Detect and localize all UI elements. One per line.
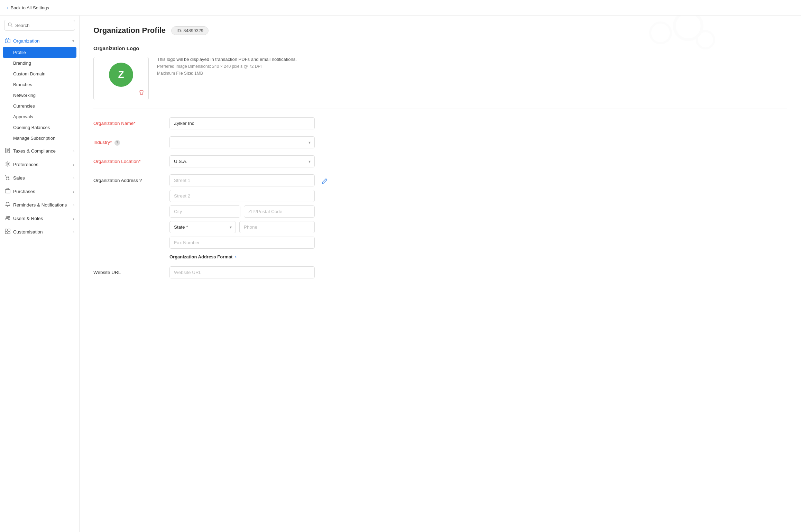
org-address-label: Organization Address ? — [93, 174, 163, 183]
sidebar-section-sales: Sales › — [0, 172, 79, 184]
industry-row: Industry* ? — [93, 136, 787, 148]
logo-box[interactable]: Z — [93, 57, 149, 100]
address-help-icon[interactable]: ? — [139, 178, 142, 183]
logo-preferred-size: Preferred Image Dimensions: 240 × 240 pi… — [157, 64, 297, 69]
sidebar-section-users: Users & Roles › — [0, 212, 79, 224]
sidebar-users-label: Users & Roles — [13, 216, 43, 221]
svg-point-9 — [6, 179, 7, 180]
logo-delete-button[interactable] — [139, 90, 144, 97]
sidebar-customisation-label: Customisation — [13, 229, 43, 235]
svg-point-10 — [8, 179, 9, 180]
search-box[interactable] — [4, 20, 75, 31]
sidebar-org-label: Organization — [13, 38, 40, 44]
logo-info-text: This logo will be displayed in transacti… — [157, 57, 297, 62]
search-input[interactable] — [15, 23, 71, 28]
sidebar-section-purchases: Purchases › — [0, 185, 79, 198]
sales-chevron-right-icon: › — [73, 176, 74, 180]
sidebar-preferences-label: Preferences — [13, 162, 38, 167]
website-field — [169, 266, 315, 278]
org-name-label: Organization Name* — [93, 117, 163, 126]
content-area: Organization Profile ID: 84899329 Organi… — [80, 16, 801, 532]
address-fields: State * Organization Address Format › — [169, 174, 315, 259]
svg-point-13 — [8, 216, 10, 218]
sidebar-taxes-label: Taxes & Compliance — [13, 148, 56, 154]
svg-rect-11 — [5, 190, 10, 193]
org-name-input[interactable] — [169, 117, 315, 129]
sidebar-sales-label: Sales — [13, 175, 25, 181]
sidebar-item-branches[interactable]: Branches — [0, 79, 79, 90]
sidebar-org-header-left: Organization — [5, 38, 40, 44]
sidebar-section-organization: Organization ▾ Profile Branding Custom D… — [0, 35, 79, 144]
sidebar-item-networking[interactable]: Networking — [0, 90, 79, 101]
state-phone-row: State * — [169, 221, 315, 233]
industry-field — [169, 136, 315, 148]
sidebar-org-header[interactable]: Organization ▾ — [0, 35, 79, 47]
fax-input[interactable] — [169, 237, 315, 249]
sidebar-sales-header[interactable]: Sales › — [0, 172, 79, 184]
sidebar-reminders-label: Reminders & Notifications — [13, 202, 67, 208]
sidebar-item-opening-balances[interactable]: Opening Balances — [0, 122, 79, 133]
sidebar-reminders-header[interactable]: Reminders & Notifications › — [0, 199, 79, 211]
industry-label-text: Industry* — [93, 140, 112, 145]
sidebar-item-profile[interactable]: Profile — [3, 47, 76, 58]
org-location-select[interactable]: U.S.A. — [169, 155, 315, 167]
users-chevron-right-icon: › — [73, 217, 74, 221]
sidebar-org-items: Profile Branding Custom Domain Branches … — [0, 47, 79, 144]
org-chevron-down-icon: ▾ — [72, 39, 74, 43]
preferences-icon — [5, 161, 10, 168]
org-location-label: Organization Location* — [93, 155, 163, 164]
phone-input[interactable] — [239, 221, 315, 233]
city-zip-row — [169, 205, 315, 218]
street2-input[interactable] — [169, 190, 315, 202]
org-name-field — [169, 117, 315, 129]
state-select[interactable]: State * — [169, 221, 236, 233]
divider-1 — [93, 109, 787, 109]
app-container: ‹ Back to All Settings — [0, 0, 801, 532]
sales-icon — [5, 175, 10, 181]
sidebar-preferences-header[interactable]: Preferences › — [0, 158, 79, 171]
customisation-icon — [5, 229, 10, 235]
org-address-label-text: Organization Address — [93, 178, 138, 183]
industry-help-icon[interactable]: ? — [114, 140, 120, 146]
svg-rect-15 — [8, 229, 10, 231]
sidebar-taxes-header-left: Taxes & Compliance — [5, 148, 56, 154]
sidebar-section-preferences: Preferences › — [0, 158, 79, 171]
users-icon — [5, 215, 10, 222]
bell-icon — [5, 202, 10, 208]
sidebar-preferences-header-left: Preferences — [5, 161, 38, 168]
svg-point-8 — [7, 163, 9, 165]
back-chevron-icon: ‹ — [7, 5, 9, 10]
website-row: Website URL — [93, 266, 787, 278]
city-input[interactable] — [169, 205, 240, 218]
logo-info: This logo will be displayed in transacti… — [157, 57, 297, 78]
website-input[interactable] — [169, 266, 315, 278]
sidebar-item-branding[interactable]: Branding — [0, 58, 79, 68]
sidebar-item-approvals[interactable]: Approvals — [0, 111, 79, 122]
back-nav[interactable]: ‹ Back to All Settings — [0, 0, 801, 16]
sidebar-item-currencies[interactable]: Currencies — [0, 101, 79, 111]
sidebar-item-custom-domain[interactable]: Custom Domain — [0, 68, 79, 79]
purchases-chevron-right-icon: › — [73, 190, 74, 194]
search-icon — [8, 22, 12, 28]
sidebar-taxes-header[interactable]: Taxes & Compliance › — [0, 145, 79, 157]
org-location-field: U.S.A. — [169, 155, 315, 167]
address-edit-icon[interactable] — [322, 178, 328, 185]
main-layout: Organization ▾ Profile Branding Custom D… — [0, 16, 801, 532]
reminders-chevron-right-icon: › — [73, 203, 74, 207]
sidebar-section-taxes: Taxes & Compliance › — [0, 145, 79, 157]
org-address-section: Organization Address ? State * — [93, 174, 787, 259]
logo-section: Organization Logo Z This logo will be di… — [93, 45, 787, 100]
svg-rect-17 — [8, 232, 10, 234]
industry-select[interactable] — [169, 136, 315, 148]
sidebar-section-customisation: Customisation › — [0, 226, 79, 238]
svg-rect-16 — [5, 232, 7, 234]
org-icon — [5, 38, 10, 44]
address-format-link[interactable]: › — [235, 255, 237, 259]
zip-input[interactable] — [244, 205, 315, 218]
sidebar-purchases-header[interactable]: Purchases › — [0, 185, 79, 198]
sidebar-customisation-header[interactable]: Customisation › — [0, 226, 79, 238]
sidebar-users-header[interactable]: Users & Roles › — [0, 212, 79, 224]
org-name-row: Organization Name* — [93, 117, 787, 129]
street1-input[interactable] — [169, 174, 315, 186]
sidebar-item-manage-subscription[interactable]: Manage Subscription — [0, 133, 79, 144]
